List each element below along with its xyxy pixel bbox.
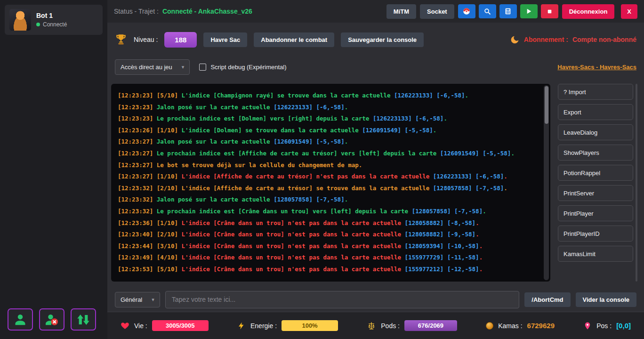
console-scrollbar-thumb[interactable]	[545, 86, 548, 124]
console-line: [12:23:26] [1/10] L'indice [Dolmen] se t…	[118, 125, 541, 137]
vie-label: Vie :	[134, 322, 147, 330]
pos-label: Pos :	[596, 322, 612, 330]
main-area: Status - Trajet : Connecté - AnkaChasse_…	[107, 0, 644, 339]
stop-script-button[interactable]	[541, 4, 558, 18]
console-line: [12:23:32] [2/10] L'indice [Affiche de c…	[118, 183, 541, 194]
status-bar: Vie : 3005/3005 Energie : 100% Pods : 67…	[107, 312, 644, 339]
energie-badge: 100%	[282, 320, 338, 331]
level-label: Niveau :	[134, 36, 158, 43]
coin-icon	[486, 322, 493, 330]
panel-button-leavedialog[interactable]: LeaveDialog	[558, 124, 633, 140]
mitm-button[interactable]: MiTM	[386, 4, 416, 19]
subscription-label: Abonnement :	[524, 36, 568, 43]
pet-button[interactable]	[458, 4, 475, 18]
pet-icon	[462, 7, 471, 16]
panel-button-import[interactable]: ? Import	[558, 84, 633, 100]
pods-label: Pods :	[381, 322, 400, 330]
console-output: [12:23:23] [5/10] L'indice [Champignon r…	[111, 84, 543, 282]
sidebar-tools	[8, 308, 96, 331]
script-debug-checkbox[interactable]	[199, 64, 206, 71]
command-panel: ? ImportExportLeaveDialogShowPlayersPoti…	[558, 84, 633, 282]
bot-status: Connecté	[43, 21, 67, 28]
search-icon	[483, 8, 491, 16]
console-line: [12:23:27] Le prochain indice est [Affic…	[118, 148, 541, 160]
panel-button-showplayers[interactable]: ShowPlayers	[558, 145, 633, 161]
save-console-button[interactable]: Sauvegarder la console	[341, 32, 424, 47]
energie-label: Energie :	[250, 322, 277, 330]
abort-command-button[interactable]: /AbortCmd	[524, 292, 570, 307]
status-value: Connecté - AnkaChasse_v26	[162, 8, 252, 15]
play-icon	[525, 8, 532, 15]
pos-value: [0,0]	[616, 322, 631, 330]
pods-stat: Pods : 676/2069	[367, 320, 457, 331]
console-line: [12:23:23] Le prochain indice est [Dolme…	[118, 113, 541, 125]
pods-badge: 676/2069	[404, 320, 457, 331]
console-line: [12:23:27] [1/10] L'indice [Affiche de c…	[118, 171, 541, 183]
top-actions: MiTM Socket Déconnexion X	[386, 4, 637, 19]
panel-button-printplayer[interactable]: PrintPlayer	[558, 205, 633, 221]
console-line: [12:23:32] Le prochain indice est [Crâne…	[118, 206, 541, 218]
console-line: [12:23:53] [5/10] L'indice [Crâne dans u…	[118, 264, 541, 275]
channel-select[interactable]: Général ▾	[115, 292, 160, 307]
vie-badge: 3005/3005	[152, 320, 209, 331]
script-debug-toggle[interactable]: Script debug (Expérimental)	[199, 64, 286, 71]
trophy-icon	[115, 33, 127, 46]
heart-icon	[121, 321, 129, 330]
console-window: [12:23:23] [5/10] L'indice [Champignon r…	[111, 84, 550, 282]
top-bar: Status - Trajet : Connecté - AnkaChasse_…	[107, 0, 644, 23]
calculator-icon	[504, 8, 512, 15]
console-scrollbar[interactable]	[544, 85, 549, 280]
panel-button-potionrappel[interactable]: PotionRappel	[558, 165, 633, 181]
start-script-button[interactable]	[520, 4, 538, 18]
console-line: [12:23:23] Jalon posé sur la carte actue…	[118, 102, 541, 113]
energie-stat: Energie : 100%	[237, 320, 338, 331]
console-line: [12:23:23] [5/10] L'indice [Champignon r…	[118, 90, 541, 102]
vie-stat: Vie : 3005/3005	[121, 320, 209, 331]
kamas-stat: Kamas : 6729629	[486, 322, 555, 330]
bot-name: Bot 1	[36, 12, 67, 19]
bot-card[interactable]: Bot 1 Connecté	[5, 5, 103, 35]
console-line: [12:23:36] [1/10] L'indice [Crâne dans u…	[118, 218, 541, 229]
swap-player-button[interactable]	[71, 308, 96, 331]
script-debug-label: Script debug (Expérimental)	[210, 64, 286, 71]
subscription-group: Abonnement : Compte non-abonné	[510, 35, 636, 45]
panel-button-printplayerid[interactable]: PrintPlayerID	[558, 226, 633, 242]
window-close-button[interactable]: X	[621, 4, 637, 19]
console-line: [12:23:49] [4/10] L'indice [Crâne dans u…	[118, 252, 541, 264]
panel-button-printserver[interactable]: PrintServer	[558, 185, 633, 201]
level-badge: 188	[164, 32, 197, 48]
abandon-fight-button[interactable]: Abandonner le combat	[254, 32, 334, 47]
app-window: Bot 1 Connecté Status - Trajet : Connect…	[0, 0, 644, 339]
person-remove-icon	[45, 313, 59, 327]
online-status-dot	[36, 23, 40, 26]
game-access-select[interactable]: Accès direct au jeu ▾	[115, 59, 190, 75]
bot-avatar	[9, 9, 31, 31]
command-bar: Général ▾ /AbortCmd Vider la console	[107, 287, 644, 312]
disconnect-button[interactable]: Déconnexion	[562, 4, 615, 19]
panel-button-export[interactable]: Export	[558, 104, 633, 120]
top-icon-buttons	[458, 4, 558, 18]
console-line: [12:23:27] Jalon posé sur la carte actue…	[118, 136, 541, 148]
inspect-button[interactable]	[479, 4, 496, 18]
panel-button-kamaslimit[interactable]: KamasLimit	[558, 246, 633, 262]
lightning-icon	[237, 322, 246, 330]
add-player-button[interactable]	[8, 308, 33, 331]
pin-icon	[583, 322, 592, 330]
sidebar: Bot 1 Connecté	[0, 0, 107, 339]
person-icon	[13, 313, 27, 327]
kamas-label: Kamas :	[498, 322, 522, 330]
havre-sac-button[interactable]: Havre Sac	[203, 32, 247, 47]
console-line: [12:23:32] Jalon posé sur la carte actue…	[118, 194, 541, 206]
clear-console-button[interactable]: Vider la console	[576, 292, 636, 307]
socket-button[interactable]: Socket	[420, 4, 454, 19]
calculator-button[interactable]	[499, 4, 517, 18]
havres-sacs-link[interactable]: Havres-Sacs - Havres-Sacs	[557, 64, 636, 71]
panel-scrollbar[interactable]	[636, 84, 637, 282]
chat-input[interactable]	[165, 291, 520, 308]
position-stat: Pos : [0,0]	[583, 322, 631, 330]
subscription-status: Compte non-abonné	[572, 36, 636, 43]
status-label: Status - Trajet :	[114, 8, 159, 15]
remove-player-button[interactable]	[39, 308, 64, 331]
moon-icon	[510, 35, 520, 45]
console-line: [12:23:44] [3/10] L'indice [Crâne dans u…	[118, 241, 541, 252]
